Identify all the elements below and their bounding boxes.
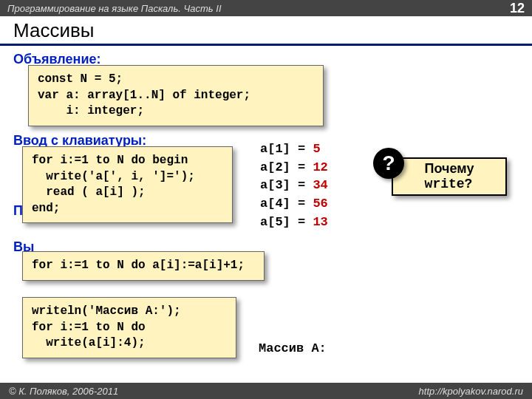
slide-title: Массивы [0,16,532,46]
question-icon: ? [373,148,404,179]
callout-box: Почему write? [392,157,507,196]
sample-values: a[1] = 5 a[2] = 12 a[3] = 34 a[4] = 56 a… [260,140,328,231]
array-row: a[4] = 56 [260,195,328,214]
slide-footer: © К. Поляков, 2006-2011 http://kpolyakov… [0,383,532,399]
url: http://kpolyakov.narod.ru [419,386,523,397]
callout-code: write? [425,177,473,191]
page-number: 12 [510,1,525,16]
course-label: Программирование на языке Паскаль. Часть… [7,3,222,14]
callout-text: Почему [425,161,474,176]
array-row: a[5] = 13 [260,214,328,232]
array-row: a[3] = 34 [260,177,328,195]
copyright: © К. Поляков, 2006-2011 [9,386,118,397]
output-label: Массив A: [259,340,409,358]
slide-header: Программирование на языке Паскаль. Часть… [0,0,532,16]
array-row: a[1] = 5 [260,140,328,159]
code-output: writeln('Массив A:'); for i:=1 to N do w… [22,297,236,358]
code-process: for i:=1 to N do a[i]:=a[i]+1; [22,251,265,281]
code-input: for i:=1 to N do begin write('a[', i, ']… [22,146,233,223]
array-row: a[2] = 12 [260,159,328,177]
code-declaration: const N = 5; var a: array[1..N] of integ… [28,65,324,126]
